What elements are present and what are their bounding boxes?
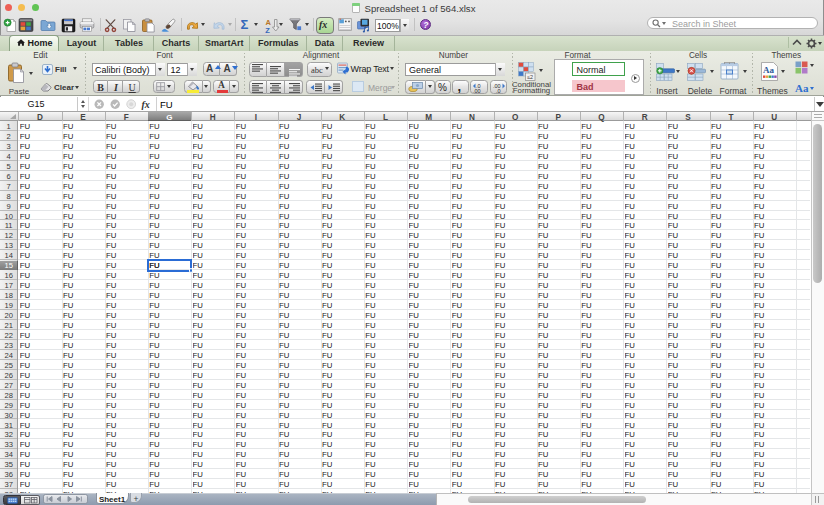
svg-text:≤2: ≤2	[527, 74, 533, 80]
svg-text:.0: .0	[496, 87, 501, 93]
svg-text:Z: Z	[265, 25, 270, 34]
svg-text:Aa: Aa	[763, 65, 774, 75]
svg-text:.00: .00	[473, 87, 481, 93]
